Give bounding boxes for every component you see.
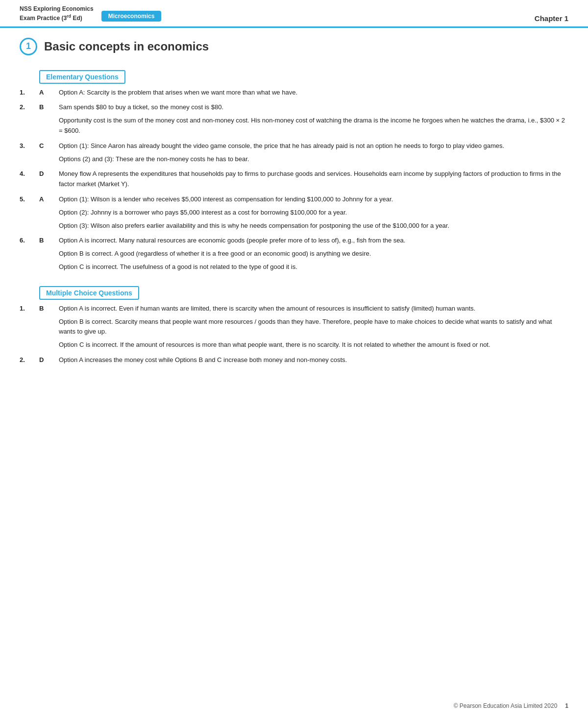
question-number: 4. [20, 169, 39, 190]
question-answer: C [39, 141, 59, 165]
question-explanation: Option A is incorrect. Many natural reso… [59, 236, 568, 272]
page-header: NSS Exploring Economics Exam Practice (3… [0, 0, 588, 28]
mcq-section-label: Multiple Choice Questions [39, 286, 139, 300]
page-number: 1 [565, 702, 568, 709]
chapter-title-text: Basic concepts in economics [44, 40, 209, 53]
question-answer: B [39, 102, 59, 136]
chapter-number-circle: 1 [20, 38, 37, 55]
table-row: 2. D Option A increases the money cost w… [20, 355, 568, 365]
elementary-section-label: Elementary Questions [39, 70, 125, 84]
mcq-qa-list: 1. B Option A is incorrect. Even if huma… [20, 304, 568, 365]
page-footer: © Pearson Education Asia Limited 2020 1 [454, 702, 568, 709]
table-row: 5. A Option (1): Wilson is a lender who … [20, 194, 568, 231]
chapter-title-section: 1 Basic concepts in economics [0, 28, 588, 60]
question-answer: B [39, 236, 59, 272]
elementary-qa-list: 1. A Option A: Scarcity is the problem t… [20, 88, 568, 272]
question-answer: A [39, 88, 59, 98]
question-explanation: Option A is incorrect. Even if human wan… [59, 304, 568, 350]
header-left: NSS Exploring Economics Exam Practice (3… [20, 5, 161, 26]
main-content: Elementary Questions 1. A Option A: Scar… [0, 60, 588, 380]
question-explanation: Option A: Scarcity is the problem that a… [59, 88, 568, 98]
book-subtitle: Exam Practice (3rd Ed) [20, 13, 94, 23]
copyright-text: © Pearson Education Asia Limited 2020 [454, 702, 558, 709]
question-number: 2. [20, 355, 39, 365]
table-row: 1. A Option A: Scarcity is the problem t… [20, 88, 568, 98]
question-answer: B [39, 304, 59, 350]
subject-badge: Microeconomics [101, 11, 162, 22]
question-answer: A [39, 194, 59, 231]
question-explanation: Option (1): Wilson is a lender who recei… [59, 194, 568, 231]
question-explanation: Sam spends $80 to buy a ticket, so the m… [59, 102, 568, 136]
table-row: 6. B Option A is incorrect. Many natural… [20, 236, 568, 272]
question-explanation: Money flow A represents the expenditures… [59, 169, 568, 190]
table-row: 4. D Money flow A represents the expendi… [20, 169, 568, 190]
question-number: 5. [20, 194, 39, 231]
table-row: 3. C Option (1): Since Aaron has already… [20, 141, 568, 165]
question-number: 1. [20, 88, 39, 98]
question-number: 1. [20, 304, 39, 350]
question-answer: D [39, 355, 59, 365]
question-number: 2. [20, 102, 39, 136]
table-row: 1. B Option A is incorrect. Even if huma… [20, 304, 568, 350]
question-number: 6. [20, 236, 39, 272]
question-explanation: Option A increases the money cost while … [59, 355, 568, 365]
question-number: 3. [20, 141, 39, 165]
question-answer: D [39, 169, 59, 190]
chapter-label: Chapter 1 [535, 14, 568, 26]
question-explanation: Option (1): Since Aaron has already boug… [59, 141, 568, 165]
table-row: 2. B Sam spends $80 to buy a ticket, so … [20, 102, 568, 136]
book-title: NSS Exploring Economics Exam Practice (3… [20, 5, 94, 23]
